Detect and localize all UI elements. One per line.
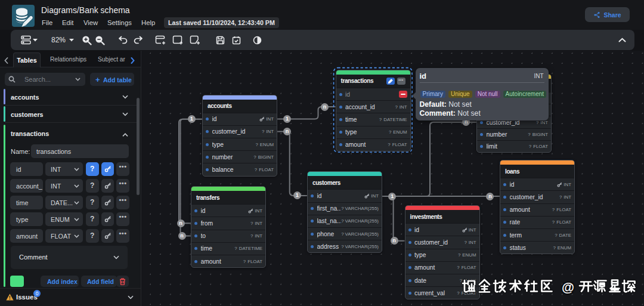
svg-text:@: @ — [562, 280, 574, 295]
